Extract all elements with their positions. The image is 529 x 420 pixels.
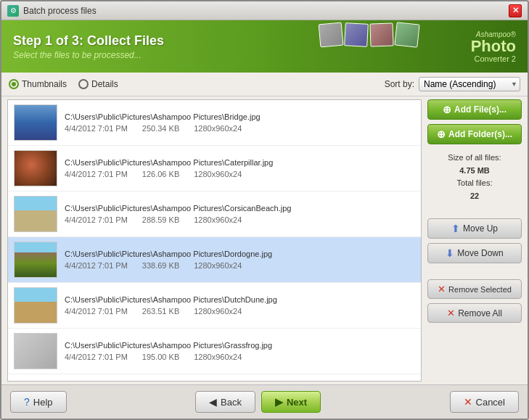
add-folder-button[interactable]: ⊕ Add Folder(s)... xyxy=(427,124,522,144)
file-size: 126.06 KB xyxy=(142,170,179,178)
total-label: Total files: xyxy=(427,177,522,190)
file-dimensions: 1280x960x24 xyxy=(194,307,242,316)
cancel-label: Cancel xyxy=(476,397,505,408)
file-thumbnail xyxy=(14,333,57,369)
right-panel: ⊕ Add File(s)... ⊕ Add Folder(s)... Size… xyxy=(427,99,522,382)
logo-photo: Photo xyxy=(471,38,516,54)
move-down-button[interactable]: ⬇ Move Down xyxy=(427,243,522,263)
main-window: ⚙ Batch process files ✕ Step 1 of 3: Col… xyxy=(0,0,529,420)
file-info: C:\Users\Public\Pictures\Ashampoo Pictur… xyxy=(65,250,415,270)
thumbnails-radio[interactable] xyxy=(9,79,19,89)
file-date: 4/4/2012 7:01 PM xyxy=(65,124,128,133)
next-label: Next xyxy=(287,397,307,408)
table-row[interactable]: C:\Users\Public\Pictures\Ashampoo Pictur… xyxy=(8,146,421,192)
move-up-label: Move Up xyxy=(463,223,498,234)
remove-selected-label: Remove Selected xyxy=(448,285,512,294)
remove-all-button[interactable]: ✕ Remove All xyxy=(427,303,522,323)
file-meta: 4/4/2012 7:01 PM288.59 KB1280x960x24 xyxy=(65,215,415,224)
radio-dot xyxy=(12,82,16,86)
toolbar: Thumbnails Details Sort by: Name (Ascend… xyxy=(1,73,528,96)
logo-photo-text: Photo xyxy=(471,37,516,55)
table-row[interactable]: C:\Users\Public\Pictures\Ashampoo Pictur… xyxy=(8,192,421,237)
file-path: C:\Users\Public\Pictures\Ashampoo Pictur… xyxy=(65,341,415,350)
file-info: C:\Users\Public\Pictures\Ashampoo Pictur… xyxy=(65,295,415,316)
file-meta: 4/4/2012 7:01 PM195.00 KB1280x960x24 xyxy=(65,353,415,361)
app-icon: ⚙ xyxy=(7,5,19,17)
file-dimensions: 1280x960x24 xyxy=(194,353,242,361)
file-dimensions: 1280x960x24 xyxy=(194,124,242,133)
back-label: Back xyxy=(221,397,242,408)
details-label: Details xyxy=(91,79,118,89)
file-dimensions: 1280x960x24 xyxy=(194,215,242,224)
help-icon: ? xyxy=(24,396,30,408)
add-files-label: Add File(s)... xyxy=(454,104,507,115)
file-path: C:\Users\Public\Pictures\Ashampoo Pictur… xyxy=(65,295,415,304)
move-down-label: Move Down xyxy=(457,248,503,258)
size-value: 4.75 MB xyxy=(427,165,522,178)
titlebar-title: Batch process files xyxy=(23,6,97,16)
file-size: 288.59 KB xyxy=(142,215,179,224)
file-date: 4/4/2012 7:01 PM xyxy=(65,307,128,316)
logo-converter: Converter 2 xyxy=(475,54,516,63)
header-logo: Ashampoo® Photo Converter 2 xyxy=(471,30,516,63)
header-text: Step 1 of 3: Collect Files Select the fi… xyxy=(13,33,164,60)
file-list[interactable]: C:\Users\Public\Pictures\Ashampoo Pictur… xyxy=(7,99,422,382)
sort-select[interactable]: Name (Ascending) Name (Descending) Date … xyxy=(419,77,520,91)
folder-icon: ⊕ xyxy=(437,128,446,140)
cancel-button[interactable]: ✕ Cancel xyxy=(450,391,519,413)
table-row[interactable]: C:\Users\Public\Pictures\Ashampoo Pictur… xyxy=(8,100,421,146)
file-meta: 4/4/2012 7:01 PM338.69 KB1280x960x24 xyxy=(65,261,415,270)
move-up-button[interactable]: ⬆ Move Up xyxy=(427,218,522,239)
file-path: C:\Users\Public\Pictures\Ashampoo Pictur… xyxy=(65,158,415,167)
add-files-button[interactable]: ⊕ Add File(s)... xyxy=(427,99,522,120)
file-thumbnail xyxy=(14,104,57,141)
next-button[interactable]: ▶ Next xyxy=(261,391,321,413)
file-path: C:\Users\Public\Pictures\Ashampoo Pictur… xyxy=(65,250,415,258)
close-button[interactable]: ✕ xyxy=(509,4,522,17)
file-info: C:\Users\Public\Pictures\Ashampoo Pictur… xyxy=(65,112,415,133)
file-size: 338.69 KB xyxy=(142,261,179,270)
file-dimensions: 1280x960x24 xyxy=(194,261,242,270)
file-path: C:\Users\Public\Pictures\Ashampoo Pictur… xyxy=(65,204,415,213)
file-size: 195.00 KB xyxy=(142,353,179,361)
file-meta: 4/4/2012 7:01 PM263.51 KB1280x960x24 xyxy=(65,307,415,316)
next-icon: ▶ xyxy=(275,396,283,408)
add-icon: ⊕ xyxy=(443,104,451,115)
separator-1 xyxy=(427,207,522,214)
file-date: 4/4/2012 7:01 PM xyxy=(65,261,128,270)
file-size: 263.51 KB xyxy=(142,307,179,316)
table-row[interactable]: C:\Users\Public\Pictures\Ashampoo Pictur… xyxy=(8,283,421,329)
remove-selected-button[interactable]: ✕ Remove Selected xyxy=(427,279,522,299)
titlebar: ⚙ Batch process files ✕ xyxy=(1,1,528,20)
details-radio[interactable] xyxy=(78,79,89,89)
table-row[interactable]: C:\Users\Public\Pictures\Ashampoo Pictur… xyxy=(8,329,421,374)
add-folder-label: Add Folder(s)... xyxy=(448,129,512,139)
total-value: 22 xyxy=(427,190,522,203)
cancel-icon: ✕ xyxy=(464,396,472,408)
file-date: 4/4/2012 7:01 PM xyxy=(65,215,128,224)
header-banner: Step 1 of 3: Collect Files Select the fi… xyxy=(1,20,528,73)
titlebar-left: ⚙ Batch process files xyxy=(7,5,97,17)
step-subtitle: Select the files to be processed... xyxy=(13,50,164,60)
separator-2 xyxy=(427,268,522,275)
sort-label: Sort by: xyxy=(385,79,414,89)
back-button[interactable]: ◀ Back xyxy=(195,391,255,413)
photo-thumb-1 xyxy=(319,22,344,48)
size-label: Size of all files: xyxy=(427,152,522,165)
file-info: C:\Users\Public\Pictures\Ashampoo Pictur… xyxy=(65,341,415,361)
view-radio-group: Thumbnails Details xyxy=(9,79,118,89)
move-up-icon: ⬆ xyxy=(451,223,460,234)
file-info: C:\Users\Public\Pictures\Ashampoo Pictur… xyxy=(65,158,415,178)
thumbnails-option[interactable]: Thumbnails xyxy=(9,79,67,89)
content-area: C:\Users\Public\Pictures\Ashampoo Pictur… xyxy=(1,96,528,384)
file-info: C:\Users\Public\Pictures\Ashampoo Pictur… xyxy=(65,204,415,224)
table-row[interactable]: C:\Users\Public\Pictures\Ashampoo Pictur… xyxy=(8,237,421,283)
file-thumbnail xyxy=(14,287,57,324)
file-path: C:\Users\Public\Pictures\Ashampoo Pictur… xyxy=(65,112,415,121)
nav-buttons: ◀ Back ▶ Next xyxy=(195,391,321,413)
help-button[interactable]: ? Help xyxy=(10,391,67,413)
file-thumbnail xyxy=(14,150,57,186)
details-option[interactable]: Details xyxy=(78,79,118,89)
help-label: Help xyxy=(33,397,53,408)
remove-all-label: Remove All xyxy=(458,308,502,318)
